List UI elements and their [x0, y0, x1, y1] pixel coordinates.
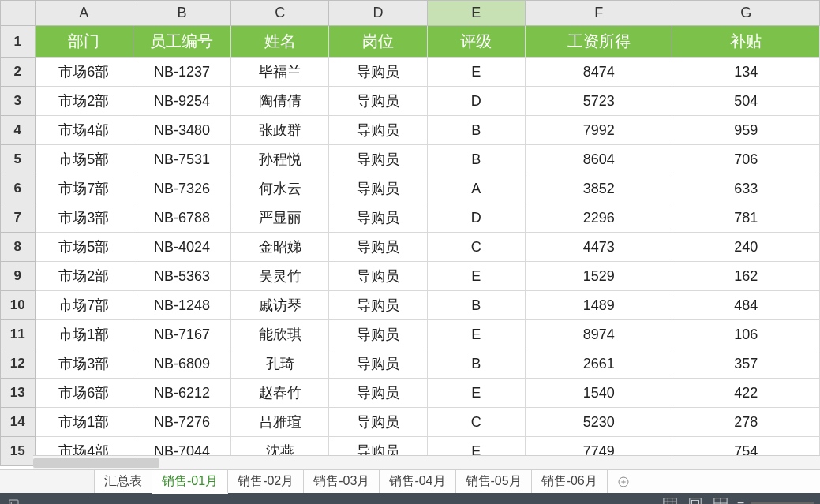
cell[interactable]: 吴灵竹: [231, 262, 329, 291]
cell[interactable]: 孙程悦: [231, 145, 329, 174]
cell[interactable]: 戚访琴: [231, 291, 329, 320]
row-header-4[interactable]: 4: [1, 116, 36, 145]
row-header-13[interactable]: 13: [1, 379, 36, 408]
col-header-B[interactable]: B: [133, 1, 230, 26]
cell[interactable]: 7992: [525, 116, 672, 145]
cell[interactable]: 4473: [525, 233, 672, 262]
select-all-corner[interactable]: [1, 1, 36, 26]
cell[interactable]: B: [427, 145, 525, 174]
col-header-E[interactable]: E: [427, 1, 525, 26]
cell[interactable]: 陶倩倩: [231, 87, 329, 116]
cell[interactable]: 市场3部: [35, 349, 133, 379]
cell[interactable]: 导购员: [329, 87, 427, 116]
cell[interactable]: NB-3480: [133, 116, 230, 145]
row-header-11[interactable]: 11: [1, 320, 36, 349]
cell[interactable]: 5230: [525, 408, 672, 437]
cell[interactable]: NB-9254: [133, 87, 230, 116]
cell[interactable]: NB-1237: [133, 58, 230, 87]
cell[interactable]: NB-7167: [133, 320, 230, 349]
add-sheet-button[interactable]: [608, 470, 639, 493]
cell[interactable]: 市场6部: [35, 379, 133, 408]
macro-record-icon[interactable]: [0, 493, 30, 504]
cell[interactable]: 8474: [525, 58, 672, 87]
cell[interactable]: 导购员: [329, 174, 427, 203]
cell[interactable]: 导购员: [329, 379, 427, 408]
col-header-G[interactable]: G: [672, 1, 820, 26]
cell[interactable]: 导购员: [329, 320, 427, 349]
sheet-tab[interactable]: 销售-04月: [380, 470, 455, 493]
cell[interactable]: 市场2部: [35, 87, 133, 116]
cell[interactable]: 导购员: [329, 262, 427, 291]
cell[interactable]: 1540: [525, 379, 672, 408]
cell[interactable]: B: [427, 349, 525, 379]
cell[interactable]: 8604: [525, 145, 672, 174]
cell[interactable]: 市场7部: [35, 174, 133, 203]
cell[interactable]: NB-7326: [133, 174, 230, 203]
cell[interactable]: E: [427, 320, 525, 349]
cell[interactable]: 何水云: [231, 174, 329, 203]
cell[interactable]: 504: [672, 87, 820, 116]
cell[interactable]: 633: [672, 174, 820, 203]
sheet-tab[interactable]: 销售-01月: [152, 470, 228, 494]
col-header-F[interactable]: F: [525, 1, 672, 26]
cell[interactable]: C: [427, 233, 525, 262]
row-header-8[interactable]: 8: [1, 233, 36, 262]
cell[interactable]: 导购员: [329, 203, 427, 233]
cell[interactable]: C: [427, 408, 525, 437]
cell[interactable]: 市场6部: [35, 58, 133, 87]
cell[interactable]: 能欣琪: [231, 320, 329, 349]
cell[interactable]: 导购员: [329, 291, 427, 320]
zoom-control[interactable]: −: [737, 496, 820, 504]
cell[interactable]: 5723: [525, 87, 672, 116]
cell[interactable]: NB-7276: [133, 408, 230, 437]
cell[interactable]: B: [427, 291, 525, 320]
sheet-tab[interactable]: 销售-03月: [304, 470, 380, 493]
cell[interactable]: 市场2部: [35, 262, 133, 291]
cell[interactable]: 毕福兰: [231, 58, 329, 87]
sheet-tab[interactable]: 销售-02月: [228, 470, 304, 493]
scrollbar-thumb[interactable]: [33, 458, 159, 468]
header-cell[interactable]: 补贴: [672, 26, 820, 58]
header-cell[interactable]: 员工编号: [133, 26, 230, 58]
row-header-12[interactable]: 12: [1, 349, 36, 379]
cell[interactable]: 2661: [525, 349, 672, 379]
cell[interactable]: 市场5部: [35, 145, 133, 174]
cell[interactable]: 市场3部: [35, 203, 133, 233]
cell[interactable]: NB-7531: [133, 145, 230, 174]
cell[interactable]: 导购员: [329, 408, 427, 437]
cell[interactable]: 张政群: [231, 116, 329, 145]
cell[interactable]: 3852: [525, 174, 672, 203]
row-header-10[interactable]: 10: [1, 291, 36, 320]
cell[interactable]: 市场1部: [35, 408, 133, 437]
cell[interactable]: NB-6212: [133, 379, 230, 408]
cell[interactable]: NB-6788: [133, 203, 230, 233]
header-cell[interactable]: 岗位: [329, 26, 427, 58]
view-page-layout-button[interactable]: [687, 496, 704, 504]
cell[interactable]: 吕雅瑄: [231, 408, 329, 437]
header-cell[interactable]: 评级: [427, 26, 525, 58]
header-cell[interactable]: 工资所得: [525, 26, 672, 58]
cell[interactable]: 781: [672, 203, 820, 233]
header-cell[interactable]: 部门: [35, 26, 133, 58]
cell[interactable]: 106: [672, 320, 820, 349]
cell[interactable]: 484: [672, 291, 820, 320]
cell[interactable]: D: [427, 203, 525, 233]
row-header-5[interactable]: 5: [1, 145, 36, 174]
sheet-tab[interactable]: 汇总表: [95, 470, 152, 493]
sheet-tab[interactable]: 销售-06月: [532, 470, 608, 493]
cell[interactable]: 导购员: [329, 145, 427, 174]
cell[interactable]: 8974: [525, 320, 672, 349]
cell[interactable]: 959: [672, 116, 820, 145]
cell[interactable]: 357: [672, 349, 820, 379]
cell[interactable]: 240: [672, 233, 820, 262]
spreadsheet-grid[interactable]: A B C D E F G 1 部门 员工编号 姓名 岗位 评级 工资所得 补贴…: [0, 0, 820, 469]
col-header-A[interactable]: A: [35, 1, 133, 26]
cell[interactable]: 278: [672, 408, 820, 437]
col-header-D[interactable]: D: [329, 1, 427, 26]
cell[interactable]: 2296: [525, 203, 672, 233]
cell[interactable]: NB-5363: [133, 262, 230, 291]
view-normal-button[interactable]: [661, 496, 679, 504]
cell[interactable]: NB-4024: [133, 233, 230, 262]
cell[interactable]: 134: [672, 58, 820, 87]
cell[interactable]: 706: [672, 145, 820, 174]
